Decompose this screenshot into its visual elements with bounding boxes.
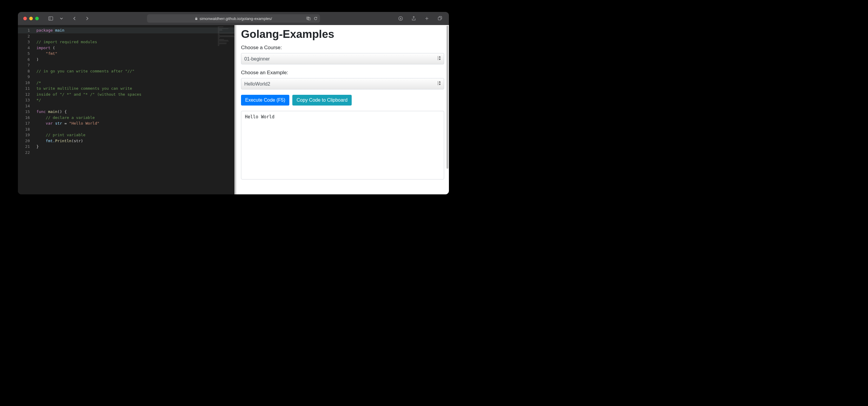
code-content[interactable]: package main // import required modulesi… <box>36 27 142 155</box>
downloads-icon[interactable] <box>397 15 404 22</box>
share-icon[interactable] <box>410 15 417 22</box>
line-gutter: 12345678910111213141516171819202122 <box>18 27 33 155</box>
code-editor[interactable]: 12345678910111213141516171819202122 pack… <box>18 25 235 194</box>
translate-icon[interactable] <box>306 16 311 21</box>
control-panel: Golang-Examples Choose a Course: 01-begi… <box>236 25 449 194</box>
browser-window: simonwaldherr.github.io/golang-examples/… <box>18 12 449 194</box>
chevron-down-icon[interactable] <box>58 15 65 22</box>
course-select[interactable]: 01-beginner <box>241 53 444 64</box>
maximize-window-button[interactable] <box>35 17 39 20</box>
scrollbar[interactable] <box>446 26 448 169</box>
course-label: Choose a Course: <box>241 45 444 51</box>
svg-rect-0 <box>49 17 53 20</box>
page-title: Golang-Examples <box>241 28 444 40</box>
svg-rect-8 <box>438 17 441 20</box>
forward-button[interactable] <box>84 15 91 22</box>
close-window-button[interactable] <box>23 17 27 20</box>
copy-button[interactable]: Copy Code to Clipboard <box>292 95 352 105</box>
address-bar[interactable]: simonwaldherr.github.io/golang-examples/ <box>147 14 320 23</box>
back-button[interactable] <box>71 15 78 22</box>
execute-button[interactable]: Execute Code (F5) <box>241 95 289 105</box>
titlebar: simonwaldherr.github.io/golang-examples/ <box>18 12 449 25</box>
minimap[interactable] <box>217 26 235 194</box>
minimize-window-button[interactable] <box>29 17 33 20</box>
traffic-lights <box>23 17 39 20</box>
url-text: simonwaldherr.github.io/golang-examples/ <box>199 16 272 21</box>
lock-icon <box>195 17 198 20</box>
new-tab-icon[interactable] <box>423 15 430 22</box>
sidebar-toggle-icon[interactable] <box>47 15 54 22</box>
example-label: Choose an Example: <box>241 70 444 76</box>
reload-icon[interactable] <box>313 16 318 21</box>
nav-buttons <box>71 15 91 22</box>
output-area: Hello World <box>241 111 444 179</box>
tabs-icon[interactable] <box>436 15 443 22</box>
content-area: 12345678910111213141516171819202122 pack… <box>18 25 449 194</box>
svg-rect-2 <box>195 19 197 20</box>
example-select[interactable]: HelloWorld2 <box>241 78 444 90</box>
